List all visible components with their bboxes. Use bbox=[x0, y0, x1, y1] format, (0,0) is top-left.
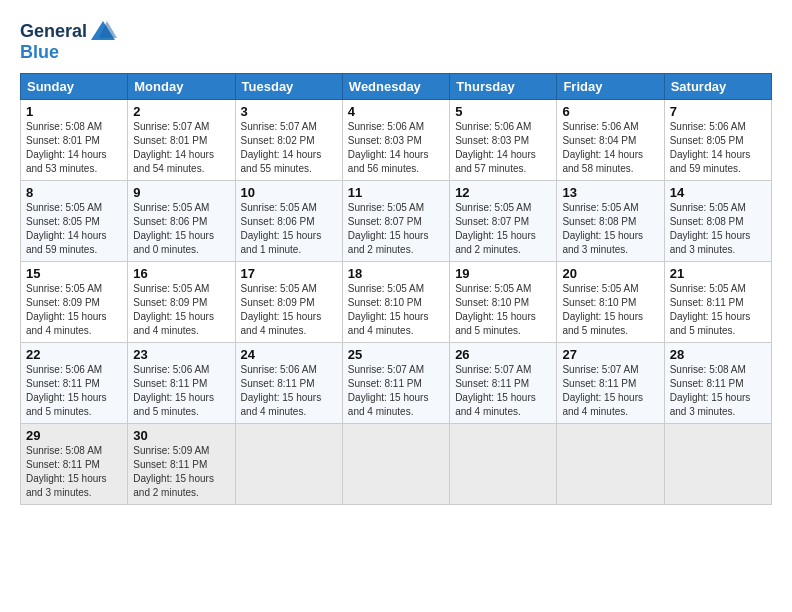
calendar-cell: 4Sunrise: 5:06 AM Sunset: 8:03 PM Daylig… bbox=[342, 100, 449, 181]
calendar-cell: 18Sunrise: 5:05 AM Sunset: 8:10 PM Dayli… bbox=[342, 262, 449, 343]
calendar-cell: 23Sunrise: 5:06 AM Sunset: 8:11 PM Dayli… bbox=[128, 343, 235, 424]
day-number: 24 bbox=[241, 347, 337, 362]
calendar-cell: 12Sunrise: 5:05 AM Sunset: 8:07 PM Dayli… bbox=[450, 181, 557, 262]
day-number: 22 bbox=[26, 347, 122, 362]
day-info: Sunrise: 5:08 AM Sunset: 8:11 PM Dayligh… bbox=[670, 363, 766, 419]
day-number: 26 bbox=[455, 347, 551, 362]
day-info: Sunrise: 5:05 AM Sunset: 8:09 PM Dayligh… bbox=[26, 282, 122, 338]
day-number: 14 bbox=[670, 185, 766, 200]
day-number: 9 bbox=[133, 185, 229, 200]
day-info: Sunrise: 5:07 AM Sunset: 8:11 PM Dayligh… bbox=[562, 363, 658, 419]
calendar-cell bbox=[557, 424, 664, 505]
day-info: Sunrise: 5:07 AM Sunset: 8:11 PM Dayligh… bbox=[348, 363, 444, 419]
calendar-week-row: 22Sunrise: 5:06 AM Sunset: 8:11 PM Dayli… bbox=[21, 343, 772, 424]
day-number: 8 bbox=[26, 185, 122, 200]
day-number: 25 bbox=[348, 347, 444, 362]
day-info: Sunrise: 5:05 AM Sunset: 8:06 PM Dayligh… bbox=[133, 201, 229, 257]
day-info: Sunrise: 5:06 AM Sunset: 8:03 PM Dayligh… bbox=[455, 120, 551, 176]
calendar-cell: 8Sunrise: 5:05 AM Sunset: 8:05 PM Daylig… bbox=[21, 181, 128, 262]
day-info: Sunrise: 5:06 AM Sunset: 8:11 PM Dayligh… bbox=[241, 363, 337, 419]
day-info: Sunrise: 5:05 AM Sunset: 8:07 PM Dayligh… bbox=[455, 201, 551, 257]
weekday-header-monday: Monday bbox=[128, 74, 235, 100]
calendar-cell: 7Sunrise: 5:06 AM Sunset: 8:05 PM Daylig… bbox=[664, 100, 771, 181]
calendar-week-row: 8Sunrise: 5:05 AM Sunset: 8:05 PM Daylig… bbox=[21, 181, 772, 262]
calendar-cell: 3Sunrise: 5:07 AM Sunset: 8:02 PM Daylig… bbox=[235, 100, 342, 181]
logo-text: General bbox=[20, 22, 87, 42]
day-number: 2 bbox=[133, 104, 229, 119]
day-number: 15 bbox=[26, 266, 122, 281]
calendar-cell: 15Sunrise: 5:05 AM Sunset: 8:09 PM Dayli… bbox=[21, 262, 128, 343]
day-info: Sunrise: 5:05 AM Sunset: 8:07 PM Dayligh… bbox=[348, 201, 444, 257]
day-info: Sunrise: 5:05 AM Sunset: 8:06 PM Dayligh… bbox=[241, 201, 337, 257]
calendar-cell: 30Sunrise: 5:09 AM Sunset: 8:11 PM Dayli… bbox=[128, 424, 235, 505]
day-info: Sunrise: 5:07 AM Sunset: 8:02 PM Dayligh… bbox=[241, 120, 337, 176]
calendar-cell: 17Sunrise: 5:05 AM Sunset: 8:09 PM Dayli… bbox=[235, 262, 342, 343]
day-number: 6 bbox=[562, 104, 658, 119]
day-number: 28 bbox=[670, 347, 766, 362]
day-info: Sunrise: 5:06 AM Sunset: 8:11 PM Dayligh… bbox=[133, 363, 229, 419]
calendar-cell: 14Sunrise: 5:05 AM Sunset: 8:08 PM Dayli… bbox=[664, 181, 771, 262]
calendar-cell: 16Sunrise: 5:05 AM Sunset: 8:09 PM Dayli… bbox=[128, 262, 235, 343]
day-number: 12 bbox=[455, 185, 551, 200]
day-number: 19 bbox=[455, 266, 551, 281]
day-info: Sunrise: 5:05 AM Sunset: 8:09 PM Dayligh… bbox=[133, 282, 229, 338]
day-info: Sunrise: 5:05 AM Sunset: 8:10 PM Dayligh… bbox=[455, 282, 551, 338]
day-info: Sunrise: 5:06 AM Sunset: 8:05 PM Dayligh… bbox=[670, 120, 766, 176]
page: General Blue SundayMondayTuesdayWednesda… bbox=[0, 0, 792, 523]
calendar-cell: 24Sunrise: 5:06 AM Sunset: 8:11 PM Dayli… bbox=[235, 343, 342, 424]
calendar-cell: 9Sunrise: 5:05 AM Sunset: 8:06 PM Daylig… bbox=[128, 181, 235, 262]
calendar-cell bbox=[450, 424, 557, 505]
calendar-cell: 27Sunrise: 5:07 AM Sunset: 8:11 PM Dayli… bbox=[557, 343, 664, 424]
weekday-header-sunday: Sunday bbox=[21, 74, 128, 100]
calendar-header-row: SundayMondayTuesdayWednesdayThursdayFrid… bbox=[21, 74, 772, 100]
calendar-cell: 5Sunrise: 5:06 AM Sunset: 8:03 PM Daylig… bbox=[450, 100, 557, 181]
day-info: Sunrise: 5:05 AM Sunset: 8:10 PM Dayligh… bbox=[348, 282, 444, 338]
calendar-cell: 2Sunrise: 5:07 AM Sunset: 8:01 PM Daylig… bbox=[128, 100, 235, 181]
calendar-cell: 10Sunrise: 5:05 AM Sunset: 8:06 PM Dayli… bbox=[235, 181, 342, 262]
day-number: 21 bbox=[670, 266, 766, 281]
day-number: 3 bbox=[241, 104, 337, 119]
day-number: 27 bbox=[562, 347, 658, 362]
calendar: SundayMondayTuesdayWednesdayThursdayFrid… bbox=[20, 73, 772, 505]
calendar-week-row: 1Sunrise: 5:08 AM Sunset: 8:01 PM Daylig… bbox=[21, 100, 772, 181]
day-info: Sunrise: 5:09 AM Sunset: 8:11 PM Dayligh… bbox=[133, 444, 229, 500]
calendar-cell: 25Sunrise: 5:07 AM Sunset: 8:11 PM Dayli… bbox=[342, 343, 449, 424]
day-info: Sunrise: 5:05 AM Sunset: 8:08 PM Dayligh… bbox=[562, 201, 658, 257]
weekday-header-saturday: Saturday bbox=[664, 74, 771, 100]
calendar-cell: 26Sunrise: 5:07 AM Sunset: 8:11 PM Dayli… bbox=[450, 343, 557, 424]
day-number: 4 bbox=[348, 104, 444, 119]
calendar-cell: 21Sunrise: 5:05 AM Sunset: 8:11 PM Dayli… bbox=[664, 262, 771, 343]
logo-icon bbox=[89, 18, 117, 46]
calendar-cell: 28Sunrise: 5:08 AM Sunset: 8:11 PM Dayli… bbox=[664, 343, 771, 424]
header: General Blue bbox=[20, 18, 772, 63]
calendar-week-row: 29Sunrise: 5:08 AM Sunset: 8:11 PM Dayli… bbox=[21, 424, 772, 505]
day-number: 11 bbox=[348, 185, 444, 200]
day-info: Sunrise: 5:06 AM Sunset: 8:11 PM Dayligh… bbox=[26, 363, 122, 419]
calendar-cell: 20Sunrise: 5:05 AM Sunset: 8:10 PM Dayli… bbox=[557, 262, 664, 343]
day-info: Sunrise: 5:05 AM Sunset: 8:09 PM Dayligh… bbox=[241, 282, 337, 338]
day-number: 10 bbox=[241, 185, 337, 200]
day-number: 20 bbox=[562, 266, 658, 281]
weekday-header-thursday: Thursday bbox=[450, 74, 557, 100]
calendar-cell: 11Sunrise: 5:05 AM Sunset: 8:07 PM Dayli… bbox=[342, 181, 449, 262]
day-info: Sunrise: 5:07 AM Sunset: 8:01 PM Dayligh… bbox=[133, 120, 229, 176]
day-number: 7 bbox=[670, 104, 766, 119]
day-number: 18 bbox=[348, 266, 444, 281]
day-number: 5 bbox=[455, 104, 551, 119]
calendar-cell: 29Sunrise: 5:08 AM Sunset: 8:11 PM Dayli… bbox=[21, 424, 128, 505]
calendar-cell: 19Sunrise: 5:05 AM Sunset: 8:10 PM Dayli… bbox=[450, 262, 557, 343]
logo: General Blue bbox=[20, 18, 117, 63]
calendar-cell bbox=[342, 424, 449, 505]
day-info: Sunrise: 5:05 AM Sunset: 8:08 PM Dayligh… bbox=[670, 201, 766, 257]
day-number: 23 bbox=[133, 347, 229, 362]
day-number: 1 bbox=[26, 104, 122, 119]
day-number: 16 bbox=[133, 266, 229, 281]
day-info: Sunrise: 5:08 AM Sunset: 8:11 PM Dayligh… bbox=[26, 444, 122, 500]
calendar-cell: 22Sunrise: 5:06 AM Sunset: 8:11 PM Dayli… bbox=[21, 343, 128, 424]
day-number: 30 bbox=[133, 428, 229, 443]
day-number: 17 bbox=[241, 266, 337, 281]
calendar-week-row: 15Sunrise: 5:05 AM Sunset: 8:09 PM Dayli… bbox=[21, 262, 772, 343]
calendar-cell: 1Sunrise: 5:08 AM Sunset: 8:01 PM Daylig… bbox=[21, 100, 128, 181]
day-number: 29 bbox=[26, 428, 122, 443]
calendar-cell: 6Sunrise: 5:06 AM Sunset: 8:04 PM Daylig… bbox=[557, 100, 664, 181]
